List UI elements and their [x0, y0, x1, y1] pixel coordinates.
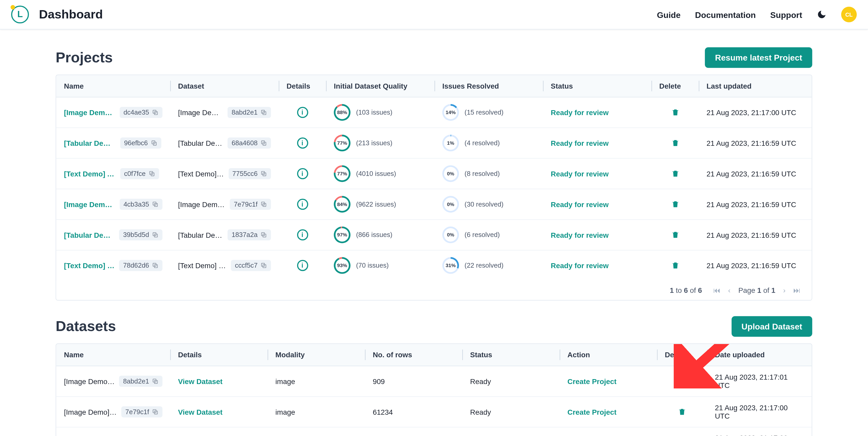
dark-mode-icon[interactable]: [816, 9, 827, 20]
copy-icon[interactable]: [152, 201, 159, 208]
upload-dataset-button[interactable]: Upload Dataset: [732, 316, 812, 337]
table-row: [Tabular Demo…39b5d5d [Tabular Demo…1837…: [56, 220, 812, 251]
nav-documentation[interactable]: Documentation: [695, 10, 756, 19]
col-dataset[interactable]: Dataset: [170, 75, 279, 97]
id-chip[interactable]: 96efbc6: [120, 138, 161, 149]
avatar[interactable]: CL: [841, 7, 857, 22]
project-name-link[interactable]: [Tabular Demo…: [64, 231, 116, 239]
create-project-link[interactable]: Create Project: [567, 408, 617, 416]
table-row: [Image Demo] F…8abd2e1 View Dataset imag…: [56, 366, 812, 397]
copy-icon[interactable]: [260, 109, 267, 116]
id-chip[interactable]: 8abd2e1: [228, 107, 271, 118]
copy-icon[interactable]: [260, 201, 267, 208]
id-chip[interactable]: 7e79c1f: [230, 199, 271, 210]
id-chip[interactable]: 4cb3a35: [120, 199, 162, 210]
quality-issues: (213 issues): [356, 139, 393, 147]
status-link[interactable]: Ready for review: [551, 108, 609, 117]
copy-icon[interactable]: [260, 262, 267, 269]
dcol-name[interactable]: Name: [56, 344, 170, 366]
info-icon[interactable]: i: [297, 107, 308, 118]
status-link[interactable]: Ready for review: [551, 200, 609, 208]
quality-issues: (866 issues): [356, 231, 393, 239]
project-name-link[interactable]: [Text Demo] Am…: [64, 169, 117, 178]
copy-icon[interactable]: [152, 378, 159, 384]
view-dataset-link[interactable]: View Dataset: [178, 408, 222, 416]
col-name[interactable]: Name: [56, 75, 170, 97]
id-chip[interactable]: 68a4608: [228, 138, 271, 149]
trash-icon[interactable]: [671, 108, 679, 117]
id-chip[interactable]: 7e79c1f: [122, 406, 163, 417]
copy-icon[interactable]: [152, 408, 159, 415]
dcol-rows[interactable]: No. of rows: [365, 344, 462, 366]
trash-icon[interactable]: [671, 261, 679, 270]
info-icon[interactable]: i: [297, 199, 308, 210]
copy-icon[interactable]: [152, 109, 159, 116]
copy-icon[interactable]: [152, 262, 159, 269]
id-chip[interactable]: 1837a2a: [228, 229, 271, 241]
resolved-count: (8 resolved): [465, 170, 500, 177]
id-chip[interactable]: dc4ae35: [120, 107, 162, 118]
id-chip[interactable]: 78d62d6: [119, 260, 162, 271]
trash-icon[interactable]: [671, 230, 679, 239]
quality-issues: (103 issues): [356, 109, 393, 116]
col-status[interactable]: Status: [543, 75, 652, 97]
projects-table: Name Dataset Details Initial Dataset Qua…: [56, 75, 812, 301]
id-chip[interactable]: 7755cc6: [228, 168, 271, 179]
page-last-icon[interactable]: ⏭: [793, 286, 801, 294]
col-issues[interactable]: Issues Resolved: [435, 75, 543, 97]
project-name-link[interactable]: [Tabular Dem…: [64, 139, 117, 147]
dcol-modality[interactable]: Modality: [268, 344, 365, 366]
info-icon[interactable]: i: [297, 260, 308, 271]
trash-icon[interactable]: [678, 377, 686, 386]
col-quality[interactable]: Initial Dataset Quality: [326, 75, 435, 97]
status-link[interactable]: Ready for review: [551, 231, 609, 239]
status-link[interactable]: Ready for review: [551, 139, 609, 147]
row-count: 909: [365, 366, 462, 396]
resolved-count: (4 resolved): [465, 139, 500, 147]
progress-ring: 0%: [442, 196, 459, 212]
col-updated[interactable]: Last updated: [699, 75, 812, 97]
nav-support[interactable]: Support: [770, 10, 802, 19]
resume-project-button[interactable]: Resume latest Project: [705, 47, 812, 68]
projects-pagination: 1 to 6 of 6 ⏮ ‹ Page 1 of 1 › ⏭: [56, 281, 812, 300]
nav-guide[interactable]: Guide: [657, 10, 680, 19]
project-name-link[interactable]: [Text Demo] B…: [64, 261, 116, 270]
page-prev-icon[interactable]: ‹: [728, 286, 730, 294]
table-row: [Tabular Dem…96efbc6 [Tabular Dem…68a460…: [56, 128, 812, 159]
copy-icon[interactable]: [260, 140, 267, 147]
col-details[interactable]: Details: [279, 75, 326, 97]
dcol-action[interactable]: Action: [560, 344, 657, 366]
dcol-details[interactable]: Details: [170, 344, 268, 366]
dcol-delete[interactable]: Delete: [657, 344, 707, 366]
info-icon[interactable]: i: [297, 229, 308, 241]
copy-icon[interactable]: [260, 170, 267, 177]
dcol-uploaded[interactable]: Date uploaded: [707, 344, 812, 366]
id-chip[interactable]: c0f7fce: [120, 168, 159, 179]
progress-ring: 93%: [334, 257, 350, 274]
status-link[interactable]: Ready for review: [551, 261, 609, 270]
copy-icon[interactable]: [152, 232, 159, 238]
info-icon[interactable]: i: [297, 168, 308, 179]
logo-icon[interactable]: L: [11, 5, 29, 23]
info-icon[interactable]: i: [297, 138, 308, 149]
project-name-link[interactable]: [Image Demo] …: [64, 200, 116, 208]
col-delete[interactable]: Delete: [651, 75, 699, 97]
page-next-icon[interactable]: ›: [783, 286, 785, 294]
status-link[interactable]: Ready for review: [551, 169, 609, 178]
trash-icon[interactable]: [671, 169, 679, 178]
trash-icon[interactable]: [671, 200, 679, 209]
dcol-status[interactable]: Status: [462, 344, 560, 366]
id-chip[interactable]: 39b5d5d: [119, 229, 162, 241]
trash-icon[interactable]: [671, 139, 679, 147]
create-project-link[interactable]: Create Project: [567, 377, 617, 385]
copy-icon[interactable]: [148, 170, 155, 177]
page-first-icon[interactable]: ⏮: [713, 286, 720, 294]
view-dataset-link[interactable]: View Dataset: [178, 377, 222, 385]
id-chip[interactable]: cccf5c7: [231, 260, 271, 271]
updated-date: 21 Aug 2023, 21:16:59 UTC: [699, 220, 812, 250]
id-chip[interactable]: 8abd2e1: [119, 376, 162, 387]
copy-icon[interactable]: [151, 140, 157, 147]
copy-icon[interactable]: [260, 232, 267, 238]
trash-icon[interactable]: [678, 407, 686, 416]
project-name-link[interactable]: [Image Demo] …: [64, 108, 116, 117]
